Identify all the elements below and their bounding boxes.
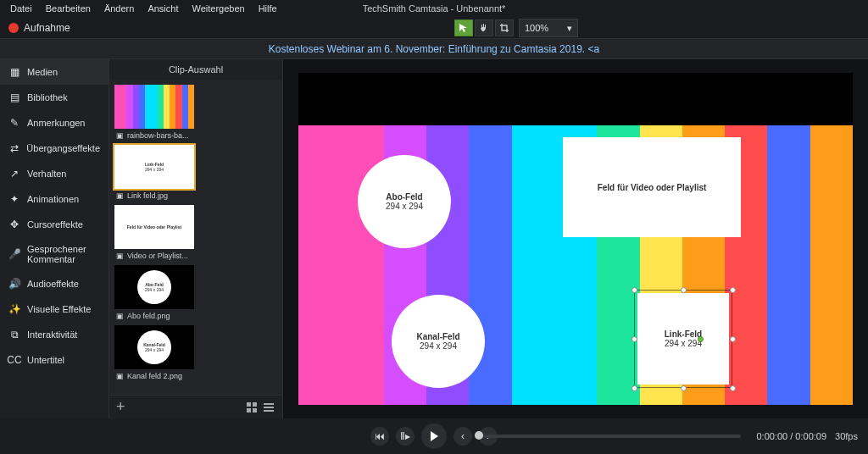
scrubber-head[interactable] <box>475 431 483 440</box>
overlay-dim: 294 x 294 <box>665 339 702 348</box>
sidebar-item-label: Cursoreffekte <box>27 219 83 230</box>
bin-header: Clip-Auswahl <box>109 59 282 80</box>
sidebar-icon: 🎤 <box>8 248 20 260</box>
sidebar-icon: ⇄ <box>8 142 19 154</box>
record-label: Aufnahme <box>24 22 70 34</box>
media-thumb[interactable]: Link-Feld294 x 294▣Link feld.jpg <box>114 145 194 200</box>
sidebar-item-untertitel[interactable]: CCUntertitel <box>0 347 108 373</box>
svg-rect-2 <box>247 408 251 412</box>
add-media-button[interactable]: + <box>116 398 125 416</box>
video-feld-overlay[interactable]: Feld für Video oder Playlist <box>563 137 741 237</box>
canvas-area: Abo-Feld 294 x 294 Kanal-Feld 294 x 294 … <box>283 59 868 418</box>
canvas-outer: Abo-Feld 294 x 294 Kanal-Feld 294 x 294 … <box>298 73 853 405</box>
crop-icon <box>499 23 509 33</box>
menu-bearbeiten[interactable]: Bearbeiten <box>39 2 97 15</box>
image-icon: ▣ <box>116 312 124 320</box>
prev-marker-button[interactable]: ‹ <box>453 427 472 446</box>
sidebar-item-medien[interactable]: ▦Medien <box>0 59 108 85</box>
menu-ansicht[interactable]: Ansicht <box>141 2 185 15</box>
sidebar-item-label: Interaktivität <box>27 329 77 340</box>
play-icon <box>428 430 440 442</box>
overlay-title: Link-Feld <box>665 329 702 339</box>
media-thumb[interactable]: Feld für Video oder Playlist▣Video or Pl… <box>114 205 194 260</box>
thumb-name: Link feld.jpg <box>127 191 168 200</box>
bin-footer: + <box>109 395 282 418</box>
sidebar-item-visuelle-effekte[interactable]: ✨Visuelle Effekte <box>0 296 108 322</box>
playback-info: 0:00:00 / 0:00:09 30fps <box>757 431 859 441</box>
sidebar-item-interaktivität[interactable]: ⧉Interaktivität <box>0 322 108 347</box>
thumb-name: Abo feld.png <box>127 312 170 320</box>
list-icon <box>264 402 274 412</box>
sidebar-item-label: Verhalten <box>27 169 66 179</box>
image-icon: ▣ <box>116 131 124 140</box>
sidebar-item-label: Visuelle Effekte <box>27 304 91 314</box>
thumb-name: Kanal feld 2.png <box>127 372 182 380</box>
time-scrubber[interactable] <box>475 435 741 438</box>
hand-icon <box>479 23 489 33</box>
canvas[interactable]: Abo-Feld 294 x 294 Kanal-Feld 294 x 294 … <box>298 125 853 405</box>
overlay-title: Feld für Video oder Playlist <box>598 183 707 192</box>
pan-tool[interactable] <box>475 19 493 36</box>
svg-rect-0 <box>247 402 251 407</box>
overlay-dim: 294 x 294 <box>420 341 457 351</box>
playback-bar: ⏮ Ⅱ▸ ‹ › 0:00:00 / 0:00:09 30fps <box>0 418 868 454</box>
prev-clip-button[interactable]: ⏮ <box>370 427 389 446</box>
sidebar-item-cursoreffekte[interactable]: ✥Cursoreffekte <box>0 212 108 237</box>
media-thumb[interactable]: ▣rainbow-bars-ba... <box>114 85 194 140</box>
abo-feld-overlay[interactable]: Abo-Feld 294 x 294 <box>358 155 451 248</box>
promo-banner[interactable]: Kostenloses Webinar am 6. November: Einf… <box>0 39 868 59</box>
sidebar-icon: ▦ <box>8 66 20 78</box>
zoom-select[interactable]: 100% ▾ <box>519 19 578 37</box>
select-tool[interactable] <box>454 19 473 36</box>
svg-rect-4 <box>264 403 274 405</box>
sidebar-icon: ✥ <box>8 219 20 230</box>
sidebar-item-verhalten[interactable]: ↗Verhalten <box>0 161 108 186</box>
sidebar-icon: 🔊 <box>8 278 20 290</box>
link-feld-overlay[interactable]: Link-Feld 294 x 294 <box>637 293 729 385</box>
sidebar-icon: ✎ <box>8 117 20 129</box>
sidebar-item-anmerkungen[interactable]: ✎Anmerkungen <box>0 110 108 136</box>
media-bin: Clip-Auswahl ▣rainbow-bars-ba...Link-Fel… <box>108 59 283 418</box>
sidebar-item-label: Medien <box>27 67 58 77</box>
svg-rect-5 <box>264 407 274 408</box>
sidebar-item-bibliothek[interactable]: ▤Bibliothek <box>0 85 108 110</box>
image-icon: ▣ <box>116 372 124 380</box>
media-thumb[interactable]: Abo-Feld294 x 294▣Abo feld.png <box>114 265 194 320</box>
sidebar-icon: ✨ <box>8 303 20 315</box>
chevron-down-icon: ▾ <box>567 23 572 34</box>
sidebar-icon: ↗ <box>8 168 20 180</box>
zoom-value: 100% <box>525 23 548 33</box>
bin-grid: ▣rainbow-bars-ba...Link-Feld294 x 294▣Li… <box>109 80 282 385</box>
canvas-tools: 100% ▾ <box>454 19 578 37</box>
sidebar-item-label: Untertitel <box>27 355 64 365</box>
record-button[interactable]: Aufnahme <box>0 22 79 34</box>
menu-hilfe[interactable]: Hilfe <box>252 2 284 15</box>
record-icon <box>8 23 19 33</box>
crop-tool[interactable] <box>495 19 514 36</box>
sidebar-item-animationen[interactable]: ✦Animationen <box>0 186 108 212</box>
overlay-title: Abo-Feld <box>386 192 422 202</box>
grid-view-button[interactable] <box>245 401 259 414</box>
menu-bar: Datei Bearbeiten Ändern Ansicht Weiterge… <box>0 0 868 17</box>
sidebar-item-gesprochener-kommentar[interactable]: 🎤Gesprochener Kommentar <box>0 237 108 271</box>
kanal-feld-overlay[interactable]: Kanal-Feld 294 x 294 <box>392 295 485 388</box>
sidebar-icon: ✦ <box>8 193 20 205</box>
sidebar-icon: ▤ <box>8 91 20 103</box>
thumb-name: rainbow-bars-ba... <box>127 131 189 140</box>
tool-sidebar: ▦Medien▤Bibliothek✎Anmerkungen⇄Übergangs… <box>0 59 108 418</box>
sidebar-item-übergangseffekte[interactable]: ⇄Übergangseffekte <box>0 136 108 161</box>
sidebar-item-audioeffekte[interactable]: 🔊Audioeffekte <box>0 271 108 296</box>
menu-aendern[interactable]: Ändern <box>97 2 141 15</box>
media-thumb[interactable]: Kanal-Feld294 x 294▣Kanal feld 2.png <box>114 325 194 380</box>
menu-datei[interactable]: Datei <box>3 2 39 15</box>
sidebar-icon: CC <box>8 354 20 366</box>
sidebar-item-label: Animationen <box>27 194 79 204</box>
sidebar-item-label: Bibliothek <box>27 92 68 102</box>
list-view-button[interactable] <box>262 401 275 414</box>
play-button[interactable] <box>421 424 447 449</box>
thumb-name: Video or Playlist... <box>127 252 188 260</box>
svg-rect-6 <box>264 410 274 412</box>
menu-weitergeben[interactable]: Weitergeben <box>185 2 251 15</box>
step-back-button[interactable]: Ⅱ▸ <box>396 427 415 446</box>
overlay-dim: 294 x 294 <box>386 202 423 211</box>
